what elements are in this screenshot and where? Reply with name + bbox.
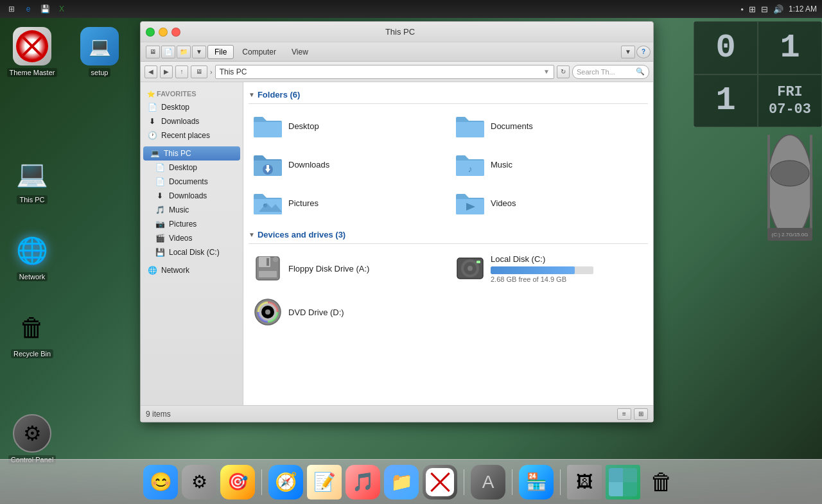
sidebar-sub-desktop[interactable]: 📄 Desktop (141, 161, 243, 175)
sidebar-sub-pictures-icon: 📷 (155, 219, 165, 229)
svg-rect-3 (810, 135, 812, 238)
dock-trash[interactable]: 🗑 (644, 465, 679, 500)
folders-toggle[interactable]: ▼ (249, 91, 255, 98)
svg-rect-15 (267, 258, 269, 266)
sidebar-recent-places[interactable]: 🕐 Recent places (141, 128, 243, 143)
refresh-button[interactable]: ↻ (557, 65, 570, 78)
folder-videos[interactable]: Videos (451, 186, 648, 220)
folder-desktop-label: Desktop (288, 121, 319, 131)
breadcrumb-separator: › (210, 68, 213, 76)
sidebar-network[interactable]: 🌐 Network (141, 263, 243, 277)
search-box[interactable]: Search Th... 🔍 (572, 65, 649, 79)
hdd-widget: (C:) 2.7G/15.0G (764, 128, 822, 257)
drive-dvd[interactable]: DVD Drive (D:) (249, 293, 446, 331)
svg-rect-22 (477, 261, 480, 263)
local-disk-info: Local Disk (C:) 2.68 GB free of 14.9 GB (491, 254, 644, 283)
sidebar-sub-documents[interactable]: 📄 Documents (141, 175, 243, 189)
forward-button[interactable]: ▶ (160, 65, 173, 78)
drive-floppy[interactable]: Floppy Disk Drive (A:) (249, 249, 446, 288)
folder-downloads[interactable]: Downloads (249, 148, 446, 181)
folder-documents[interactable]: Documents (451, 109, 648, 143)
sidebar-desktop[interactable]: 📄 Desktop (141, 100, 243, 114)
taskbar-show-desktop-icon[interactable]: ⊞ (5, 3, 18, 15)
taskbar-folder-icon[interactable]: 💾 (39, 3, 51, 15)
taskbar-ie-icon[interactable]: e (22, 3, 35, 15)
folder-pictures[interactable]: Pictures (249, 186, 446, 220)
taskbar-sound-icon[interactable]: 🔊 (773, 4, 783, 14)
toolbar-doc-icon[interactable]: 📄 (161, 46, 175, 58)
setup-label: setup (89, 68, 111, 77)
toolbar-help-icon[interactable]: ? (636, 46, 651, 58)
folder-downloads-label: Downloads (288, 160, 329, 169)
sidebar-sub-downloads-icon: ⬇ (155, 191, 165, 201)
address-dropdown-icon[interactable]: ▼ (543, 68, 550, 75)
sidebar-sub-local-disk[interactable]: 💾 Local Disk (C:) (141, 245, 243, 259)
dock-notes[interactable]: 📝 (307, 465, 342, 500)
desktop-icon-control-panel[interactable]: ⚙ Control Panel (6, 414, 58, 464)
local-disk-progress (491, 266, 593, 274)
dock-separator-3 (512, 469, 512, 495)
close-button[interactable] (171, 28, 180, 37)
dock-separator-4 (560, 469, 561, 495)
maximize-button[interactable] (146, 28, 155, 37)
dock-photos-app[interactable]: 🖼 (567, 465, 602, 500)
folder-music[interactable]: ♪ Music (451, 148, 648, 181)
sidebar-sub-videos[interactable]: 🎬 Videos (141, 231, 243, 245)
taskbar-excel-icon[interactable]: X (55, 3, 68, 15)
svg-point-21 (468, 266, 473, 271)
dock-separator-2 (464, 469, 464, 495)
computer-icon-btn[interactable]: 🖥 (191, 65, 207, 78)
tab-view[interactable]: View (284, 45, 315, 59)
devices-toggle[interactable]: ▼ (249, 231, 255, 238)
sidebar-sub-pictures[interactable]: 📷 Pictures (141, 217, 243, 231)
clock-min1: 1 (694, 74, 758, 128)
grid-view-button[interactable]: ⊞ (634, 408, 648, 420)
clock-widget: 0 1 1 FRI 07-03 (694, 21, 822, 127)
dock-theme-master-app[interactable] (423, 465, 457, 500)
folder-desktop[interactable]: Desktop (249, 109, 446, 143)
desktop-icon-network[interactable]: 🌐 Network (6, 231, 58, 281)
status-bar: 9 items ≡ ⊞ (141, 405, 653, 422)
tab-computer[interactable]: Computer (235, 45, 283, 59)
minimize-button[interactable] (159, 28, 168, 37)
desktop-icon-theme-master[interactable]: Theme Master (6, 27, 58, 77)
toolbar-arrow-icon[interactable]: ▼ (192, 46, 206, 58)
taskbar-grid-icon[interactable]: ⊞ (749, 4, 756, 14)
floppy-label: Floppy Disk Drive (A:) (288, 264, 369, 274)
sidebar-this-pc[interactable]: 💻 This PC (143, 146, 240, 161)
dock-safari[interactable]: 🧭 (268, 465, 303, 500)
tab-file[interactable]: File (207, 45, 234, 59)
taskbar-top: ⊞ e 💾 X ● ⊞ ⊟ 🔊 1:12 AM (0, 0, 822, 18)
dock-themes-widget[interactable] (606, 465, 640, 500)
sidebar-downloads[interactable]: ⬇ Downloads (141, 114, 243, 128)
address-path[interactable]: This PC ▼ (215, 65, 554, 79)
toolbar-folder2-icon[interactable]: 📁 (177, 46, 191, 58)
folder-music-label: Music (491, 160, 512, 169)
sidebar-sub-music[interactable]: 🎵 Music (141, 203, 243, 217)
dock-itunes[interactable]: 🎵 (345, 465, 380, 500)
back-button[interactable]: ◀ (144, 65, 157, 78)
dock-app-launcher[interactable]: A (471, 465, 505, 500)
desktop-icon-setup[interactable]: 💻 setup (74, 27, 125, 77)
toolbar-small-icons: 🖥 📄 📁 ▼ (146, 46, 206, 58)
up-button[interactable]: ↑ (175, 65, 188, 78)
desktop-icon-recycle-bin[interactable]: 🗑 Recycle Bin (6, 308, 58, 358)
dock-system-preferences[interactable]: ⚙ (182, 465, 216, 500)
toolbar-folder-icon[interactable]: 🖥 (146, 46, 160, 58)
devices-section-header: ▼ Devices and drives (3) (249, 227, 648, 244)
list-view-button[interactable]: ≡ (617, 408, 631, 420)
svg-point-17 (273, 257, 278, 262)
svg-rect-16 (259, 271, 277, 277)
dock-launchpad[interactable]: 🎯 (220, 465, 255, 500)
svg-text:(C:) 2.7G/15.0G: (C:) 2.7G/15.0G (772, 232, 809, 238)
dock-finder[interactable]: 😊 (143, 465, 178, 500)
drive-local-disk[interactable]: Local Disk (C:) 2.68 GB free of 14.9 GB (451, 249, 648, 288)
sidebar-sub-downloads[interactable]: ⬇ Downloads (141, 189, 243, 203)
dock-folders[interactable]: 📁 (384, 465, 419, 500)
desktop-icon-this-pc[interactable]: 💻 This PC (6, 154, 58, 204)
dock-app-store[interactable]: 🏪 (519, 465, 554, 500)
window-content: ⭐ Favorites 📄 Desktop ⬇ Downloads 🕐 Rece… (141, 82, 653, 405)
taskbar-display-icon[interactable]: ⊟ (761, 4, 768, 14)
toolbar-dropdown-icon[interactable]: ▼ (621, 46, 635, 58)
taskbar-left-icons: ⊞ e 💾 X (5, 3, 68, 15)
